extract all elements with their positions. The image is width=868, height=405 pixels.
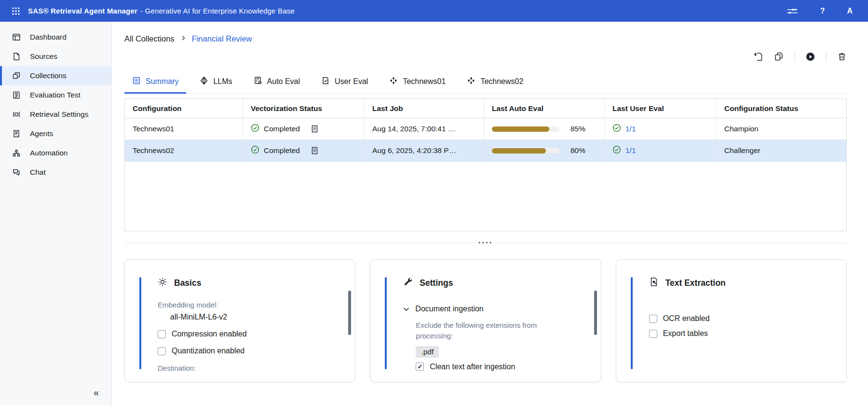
- tab-label: Technews02: [480, 77, 523, 86]
- table-row[interactable]: Technews01 Completed: [125, 118, 846, 140]
- last-job-cell: Aug 14, 2025, 7:00:41 …: [365, 118, 484, 140]
- card-title: Basics: [174, 278, 201, 288]
- sidebar-item-label: Chat: [30, 168, 46, 177]
- column-header: Last User Eval: [605, 99, 717, 118]
- auto-eval-progress-bar: [492, 148, 559, 154]
- card-scrollbar[interactable]: [348, 291, 351, 335]
- configuration-name: Technews01: [133, 125, 174, 133]
- main-content: All Collections Financial Review: [112, 22, 868, 405]
- app-title-main: SAS® Retrieval Agent Manager: [28, 7, 137, 15]
- sidebar-item-automation[interactable]: Automation: [0, 143, 111, 163]
- sliders-icon[interactable]: [787, 7, 798, 15]
- sidebar-item-collections[interactable]: Collections: [0, 66, 111, 85]
- auto-eval-icon: [254, 76, 262, 87]
- configuration-status-cell: Challenger: [717, 140, 846, 161]
- auto-eval-percent: 85%: [570, 125, 585, 133]
- tab-summary[interactable]: Summary: [124, 72, 186, 94]
- sidebar-item-sources[interactable]: Sources: [0, 47, 111, 66]
- avatar[interactable]: A: [847, 7, 853, 15]
- dashboard-icon: [12, 33, 21, 42]
- chevron-down-icon: [403, 305, 409, 313]
- card-title: Settings: [420, 278, 453, 288]
- sidebar-item-evaluation-test[interactable]: Evaluation Test: [0, 85, 111, 105]
- config-diamond-icon: [467, 76, 475, 87]
- sidebar-item-agents[interactable]: Agents: [0, 124, 111, 143]
- user-eval-link[interactable]: 1/1: [625, 146, 636, 155]
- tab-technews02[interactable]: Technews02: [459, 72, 531, 94]
- export-tables-checkbox[interactable]: [649, 330, 657, 338]
- log-icon[interactable]: [311, 147, 318, 154]
- new-configuration-icon[interactable]: [753, 52, 763, 62]
- sidebar-item-label: Automation: [30, 149, 68, 157]
- tab-llms[interactable]: LLMs: [192, 72, 240, 94]
- splitter-drag-handle[interactable]: ····: [475, 240, 497, 246]
- duplicate-icon[interactable]: [774, 52, 784, 61]
- checkbox-label: OCR enabled: [663, 314, 710, 323]
- checkbox-label: Compression enabled: [172, 330, 247, 338]
- tab-technews01[interactable]: Technews01: [381, 72, 453, 94]
- app-title-subtitle: - Generative AI for Enterprise Knowledge…: [140, 7, 295, 15]
- last-job-cell: Aug 6, 2025, 4:20:38 P…: [365, 140, 484, 161]
- success-check-icon: [251, 124, 259, 134]
- tab-user-eval[interactable]: User Eval: [313, 72, 376, 94]
- pane-splitter: ····: [124, 240, 847, 246]
- tab-label: User Eval: [335, 77, 368, 86]
- sidebar-item-chat[interactable]: Chat: [0, 163, 111, 182]
- sidebar-item-label: Dashboard: [30, 33, 67, 42]
- quantization-checkbox[interactable]: [158, 347, 166, 355]
- last-job-text: Aug 14, 2025, 7:00:41 …: [372, 125, 455, 133]
- vectorization-status-cell: Completed: [243, 118, 365, 140]
- sidebar-item-dashboard[interactable]: Dashboard: [0, 28, 111, 47]
- sidebar-item-label: Evaluation Test: [30, 91, 81, 99]
- user-eval-link[interactable]: 1/1: [625, 125, 636, 133]
- app-grid-icon[interactable]: [12, 7, 20, 15]
- sidebar-item-label: Retrieval Settings: [30, 110, 88, 119]
- basics-card: Basics Embedding model: all-MiniLM-L6-v2…: [124, 259, 355, 382]
- vectorization-status-text: Completed: [264, 125, 300, 133]
- vectorization-status-cell: Completed: [243, 140, 365, 161]
- clean-text-checkbox[interactable]: [416, 363, 424, 371]
- delete-icon[interactable]: [837, 52, 847, 61]
- configuration-status-text: Champion: [724, 125, 759, 133]
- sidebar-item-label: Sources: [30, 52, 57, 61]
- embedding-model-value: all-MiniLM-L6-v2: [170, 313, 340, 321]
- sidebar: Dashboard Sources Collections: [0, 22, 112, 405]
- breadcrumb-all-collections[interactable]: All Collections: [124, 34, 175, 43]
- column-header: Last Job: [365, 99, 484, 118]
- last-job-text: Aug 6, 2025, 4:20:38 P…: [372, 146, 456, 155]
- vectorization-status-text: Completed: [264, 146, 300, 155]
- document-ingestion-toggle[interactable]: Document ingestion: [403, 305, 586, 313]
- ocr-enabled-checkbox[interactable]: [649, 315, 657, 323]
- table-row[interactable]: Technews02 Completed: [125, 140, 846, 162]
- log-icon[interactable]: [311, 125, 318, 133]
- tab-label: Auto Eval: [267, 77, 300, 86]
- card-accent-bar: [139, 277, 141, 369]
- column-header: Configuration: [125, 99, 243, 118]
- app-header: SAS® Retrieval Agent Manager- Generative…: [0, 0, 868, 22]
- sidebar-collapse-button[interactable]: «: [94, 387, 99, 398]
- embedding-model-label: Embedding model:: [158, 301, 340, 309]
- success-check-icon: [251, 145, 259, 156]
- last-user-eval-cell: 1/1: [605, 140, 717, 161]
- llm-gem-icon: [200, 76, 208, 87]
- evaluation-test-icon: [12, 91, 21, 99]
- text-extraction-card: Text Extraction OCR enabled Export table…: [616, 259, 847, 382]
- chevron-right-icon: [180, 34, 186, 43]
- section-label: Document ingestion: [415, 305, 483, 313]
- auto-eval-percent: 80%: [570, 146, 585, 155]
- column-header: Last Auto Eval: [484, 99, 605, 118]
- sidebar-item-retrieval-settings[interactable]: Retrieval Settings: [0, 105, 111, 124]
- app-title: SAS® Retrieval Agent Manager- Generative…: [28, 7, 295, 15]
- compression-checkbox[interactable]: [158, 330, 166, 338]
- card-scrollbar[interactable]: [594, 291, 597, 335]
- tab-auto-eval[interactable]: Auto Eval: [246, 72, 308, 94]
- table-empty-area: [125, 162, 846, 231]
- configurations-table: Configuration Vectorization Status Last …: [124, 98, 847, 231]
- gear-icon: [158, 277, 167, 289]
- help-button[interactable]: ?: [820, 7, 825, 15]
- toolbar-divider: [794, 52, 795, 61]
- configuration-status-text: Challenger: [724, 146, 760, 155]
- wrench-icon: [403, 277, 413, 289]
- run-icon[interactable]: [805, 52, 815, 62]
- table-header-row: Configuration Vectorization Status Last …: [125, 99, 846, 118]
